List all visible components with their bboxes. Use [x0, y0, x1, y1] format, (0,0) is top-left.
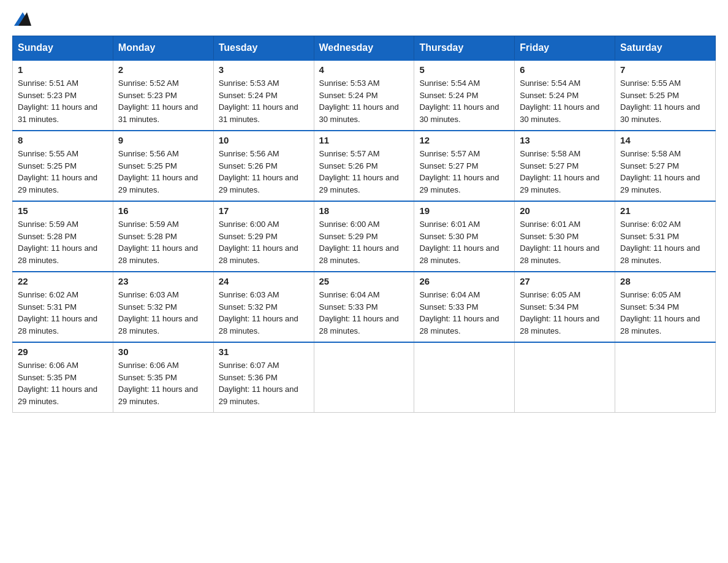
- logo: [12, 12, 31, 26]
- day-info: Sunrise: 5:56 AMSunset: 5:25 PMDaylight:…: [118, 148, 208, 196]
- calendar-cell: 26Sunrise: 6:04 AMSunset: 5:33 PMDayligh…: [414, 272, 515, 342]
- day-number: 18: [319, 205, 409, 216]
- day-info: Sunrise: 6:03 AMSunset: 5:32 PMDaylight:…: [219, 289, 309, 337]
- day-info: Sunrise: 6:01 AMSunset: 5:30 PMDaylight:…: [419, 218, 509, 266]
- column-header-wednesday: Wednesday: [314, 36, 414, 61]
- day-info: Sunrise: 6:05 AMSunset: 5:34 PMDaylight:…: [520, 289, 610, 337]
- day-info: Sunrise: 6:00 AMSunset: 5:29 PMDaylight:…: [319, 218, 409, 266]
- day-info: Sunrise: 6:01 AMSunset: 5:30 PMDaylight:…: [520, 218, 610, 266]
- day-info: Sunrise: 6:06 AMSunset: 5:35 PMDaylight:…: [118, 359, 208, 407]
- day-number: 2: [118, 64, 208, 75]
- calendar-cell: [615, 342, 716, 413]
- day-info: Sunrise: 6:06 AMSunset: 5:35 PMDaylight:…: [18, 359, 108, 407]
- day-number: 22: [18, 276, 108, 286]
- day-info: Sunrise: 5:51 AMSunset: 5:23 PMDaylight:…: [18, 77, 108, 125]
- logo-icon: [14, 12, 31, 26]
- column-header-saturday: Saturday: [615, 36, 716, 61]
- day-number: 10: [219, 135, 309, 145]
- day-number: 20: [520, 205, 610, 216]
- calendar-cell: 28Sunrise: 6:05 AMSunset: 5:34 PMDayligh…: [615, 272, 716, 342]
- calendar-cell: 23Sunrise: 6:03 AMSunset: 5:32 PMDayligh…: [113, 272, 213, 342]
- day-number: 14: [620, 135, 710, 145]
- calendar-cell: 31Sunrise: 6:07 AMSunset: 5:36 PMDayligh…: [213, 342, 314, 413]
- day-number: 5: [419, 64, 509, 75]
- calendar-week-row: 1Sunrise: 5:51 AMSunset: 5:23 PMDaylight…: [13, 60, 716, 131]
- day-number: 23: [118, 276, 208, 286]
- calendar-cell: 18Sunrise: 6:00 AMSunset: 5:29 PMDayligh…: [314, 201, 414, 272]
- calendar-cell: [515, 342, 615, 413]
- day-info: Sunrise: 5:54 AMSunset: 5:24 PMDaylight:…: [419, 77, 509, 125]
- calendar-cell: 5Sunrise: 5:54 AMSunset: 5:24 PMDaylight…: [414, 60, 515, 131]
- day-info: Sunrise: 5:57 AMSunset: 5:27 PMDaylight:…: [419, 148, 509, 196]
- calendar-cell: 3Sunrise: 5:53 AMSunset: 5:24 PMDaylight…: [213, 60, 314, 131]
- calendar-cell: 15Sunrise: 5:59 AMSunset: 5:28 PMDayligh…: [13, 201, 113, 272]
- calendar-cell: 1Sunrise: 5:51 AMSunset: 5:23 PMDaylight…: [13, 60, 113, 131]
- day-info: Sunrise: 6:03 AMSunset: 5:32 PMDaylight:…: [118, 289, 208, 337]
- day-number: 15: [18, 205, 108, 216]
- calendar-cell: 25Sunrise: 6:04 AMSunset: 5:33 PMDayligh…: [314, 272, 414, 342]
- day-info: Sunrise: 6:04 AMSunset: 5:33 PMDaylight:…: [319, 289, 409, 337]
- day-info: Sunrise: 5:56 AMSunset: 5:26 PMDaylight:…: [219, 148, 309, 196]
- column-header-monday: Monday: [113, 36, 213, 61]
- calendar-cell: 21Sunrise: 6:02 AMSunset: 5:31 PMDayligh…: [615, 201, 716, 272]
- page-header: [12, 12, 716, 26]
- day-info: Sunrise: 6:02 AMSunset: 5:31 PMDaylight:…: [18, 289, 108, 337]
- calendar-cell: 7Sunrise: 5:55 AMSunset: 5:25 PMDaylight…: [615, 60, 716, 131]
- calendar-cell: 27Sunrise: 6:05 AMSunset: 5:34 PMDayligh…: [515, 272, 615, 342]
- calendar-cell: 30Sunrise: 6:06 AMSunset: 5:35 PMDayligh…: [113, 342, 213, 413]
- day-number: 27: [520, 276, 610, 286]
- day-number: 11: [319, 135, 409, 145]
- column-header-tuesday: Tuesday: [213, 36, 314, 61]
- day-number: 7: [620, 64, 710, 75]
- day-number: 12: [419, 135, 509, 145]
- calendar-cell: 6Sunrise: 5:54 AMSunset: 5:24 PMDaylight…: [515, 60, 615, 131]
- day-info: Sunrise: 5:58 AMSunset: 5:27 PMDaylight:…: [520, 148, 610, 196]
- day-info: Sunrise: 6:05 AMSunset: 5:34 PMDaylight:…: [620, 289, 710, 337]
- day-number: 24: [219, 276, 309, 286]
- calendar-week-row: 22Sunrise: 6:02 AMSunset: 5:31 PMDayligh…: [13, 272, 716, 342]
- day-number: 13: [520, 135, 610, 145]
- day-info: Sunrise: 5:55 AMSunset: 5:25 PMDaylight:…: [620, 77, 710, 125]
- day-number: 16: [118, 205, 208, 216]
- calendar-table: SundayMondayTuesdayWednesdayThursdayFrid…: [12, 36, 716, 413]
- calendar-week-row: 8Sunrise: 5:55 AMSunset: 5:25 PMDaylight…: [13, 131, 716, 201]
- day-number: 29: [18, 347, 108, 357]
- day-info: Sunrise: 6:07 AMSunset: 5:36 PMDaylight:…: [219, 359, 309, 407]
- day-number: 26: [419, 276, 509, 286]
- calendar-cell: 10Sunrise: 5:56 AMSunset: 5:26 PMDayligh…: [213, 131, 314, 201]
- day-info: Sunrise: 5:54 AMSunset: 5:24 PMDaylight:…: [520, 77, 610, 125]
- calendar-week-row: 15Sunrise: 5:59 AMSunset: 5:28 PMDayligh…: [13, 201, 716, 272]
- column-header-sunday: Sunday: [13, 36, 113, 61]
- calendar-cell: 2Sunrise: 5:52 AMSunset: 5:23 PMDaylight…: [113, 60, 213, 131]
- day-number: 4: [319, 64, 409, 75]
- day-info: Sunrise: 6:02 AMSunset: 5:31 PMDaylight:…: [620, 218, 710, 266]
- day-number: 30: [118, 347, 208, 357]
- calendar-cell: 9Sunrise: 5:56 AMSunset: 5:25 PMDaylight…: [113, 131, 213, 201]
- day-info: Sunrise: 6:04 AMSunset: 5:33 PMDaylight:…: [419, 289, 509, 337]
- calendar-cell: 11Sunrise: 5:57 AMSunset: 5:26 PMDayligh…: [314, 131, 414, 201]
- day-info: Sunrise: 5:58 AMSunset: 5:27 PMDaylight:…: [620, 148, 710, 196]
- day-number: 6: [520, 64, 610, 75]
- day-info: Sunrise: 6:00 AMSunset: 5:29 PMDaylight:…: [219, 218, 309, 266]
- column-header-friday: Friday: [515, 36, 615, 61]
- day-number: 31: [219, 347, 309, 357]
- day-number: 19: [419, 205, 509, 216]
- day-number: 25: [319, 276, 409, 286]
- day-number: 21: [620, 205, 710, 216]
- calendar-cell: 4Sunrise: 5:53 AMSunset: 5:24 PMDaylight…: [314, 60, 414, 131]
- day-info: Sunrise: 5:53 AMSunset: 5:24 PMDaylight:…: [319, 77, 409, 125]
- calendar-cell: [314, 342, 414, 413]
- day-info: Sunrise: 5:53 AMSunset: 5:24 PMDaylight:…: [219, 77, 309, 125]
- calendar-cell: 17Sunrise: 6:00 AMSunset: 5:29 PMDayligh…: [213, 201, 314, 272]
- calendar-cell: 14Sunrise: 5:58 AMSunset: 5:27 PMDayligh…: [615, 131, 716, 201]
- calendar-header-row: SundayMondayTuesdayWednesdayThursdayFrid…: [13, 36, 716, 61]
- calendar-cell: 8Sunrise: 5:55 AMSunset: 5:25 PMDaylight…: [13, 131, 113, 201]
- day-info: Sunrise: 5:59 AMSunset: 5:28 PMDaylight:…: [118, 218, 208, 266]
- day-number: 1: [18, 64, 108, 75]
- day-info: Sunrise: 5:52 AMSunset: 5:23 PMDaylight:…: [118, 77, 208, 125]
- calendar-cell: 22Sunrise: 6:02 AMSunset: 5:31 PMDayligh…: [13, 272, 113, 342]
- day-info: Sunrise: 5:59 AMSunset: 5:28 PMDaylight:…: [18, 218, 108, 266]
- day-number: 8: [18, 135, 108, 145]
- day-info: Sunrise: 5:55 AMSunset: 5:25 PMDaylight:…: [18, 148, 108, 196]
- calendar-cell: 24Sunrise: 6:03 AMSunset: 5:32 PMDayligh…: [213, 272, 314, 342]
